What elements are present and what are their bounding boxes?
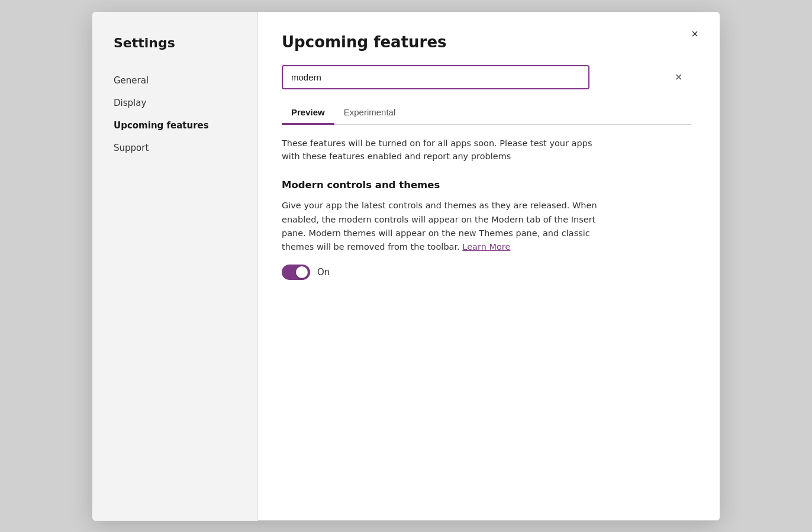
bottom-divider: [258, 520, 720, 521]
search-container: ✕: [282, 65, 691, 89]
feature-title: Modern controls and themes: [282, 179, 691, 191]
sidebar-heading: Settings: [92, 36, 257, 69]
search-clear-button[interactable]: ✕: [671, 70, 685, 84]
close-button[interactable]: ×: [684, 24, 705, 45]
tab-experimental[interactable]: Experimental: [334, 101, 405, 125]
toggle-label: On: [317, 267, 330, 278]
learn-more-link[interactable]: Learn More: [462, 242, 510, 252]
settings-dialog: Settings General Display Upcoming featur…: [92, 12, 720, 521]
sidebar: Settings General Display Upcoming featur…: [92, 12, 258, 521]
sidebar-item-general[interactable]: General: [92, 69, 257, 92]
feature-toggle[interactable]: [282, 265, 310, 280]
sidebar-item-upcoming-features[interactable]: Upcoming features: [92, 114, 257, 137]
sidebar-nav: General Display Upcoming features Suppor…: [92, 69, 257, 159]
main-content: × Upcoming features ✕ Preview Experiment…: [258, 12, 720, 521]
tabs-container: Preview Experimental: [282, 101, 691, 125]
feature-description: Give your app the latest controls and th…: [282, 199, 601, 254]
sidebar-item-display[interactable]: Display: [92, 92, 257, 114]
sidebar-item-support[interactable]: Support: [92, 137, 257, 159]
toggle-container: On: [282, 265, 691, 280]
tab-preview[interactable]: Preview: [282, 101, 334, 125]
page-title: Upcoming features: [282, 33, 691, 51]
search-input[interactable]: [282, 65, 589, 89]
feature-modern-controls: Modern controls and themes Give your app…: [282, 179, 691, 280]
preview-description: These features will be turned on for all…: [282, 137, 601, 163]
